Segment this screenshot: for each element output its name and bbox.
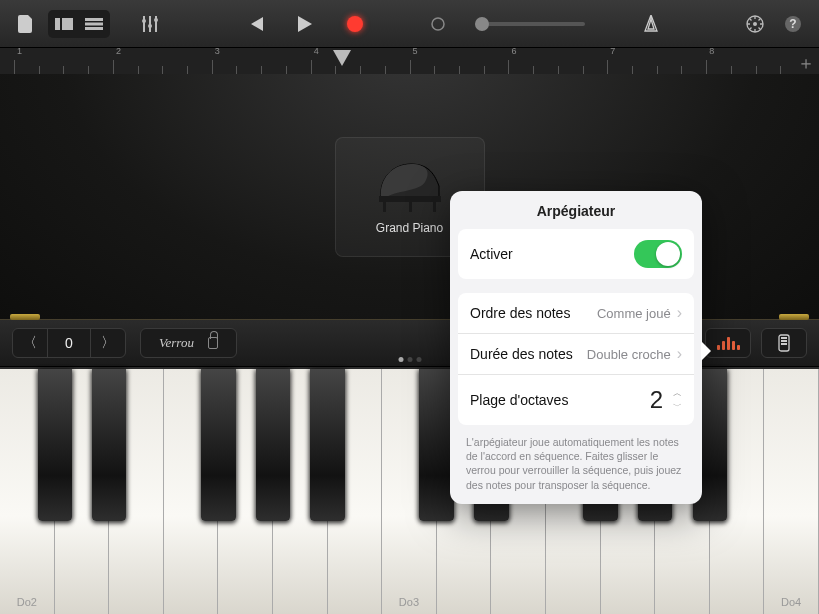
svg-rect-20 — [781, 343, 787, 345]
black-key[interactable] — [92, 369, 126, 521]
bar-number: 3 — [215, 46, 220, 56]
chevron-right-icon: › — [677, 304, 682, 322]
svg-rect-1 — [62, 18, 73, 30]
add-track-icon[interactable]: ＋ — [797, 51, 815, 75]
tracks-view-icon[interactable] — [80, 12, 108, 36]
verrou-button[interactable]: Verrou — [140, 328, 237, 358]
lock-icon — [208, 337, 218, 349]
black-key[interactable] — [310, 369, 344, 521]
play-icon[interactable] — [289, 8, 321, 40]
chevron-right-icon: › — [677, 345, 682, 363]
svg-point-7 — [154, 18, 158, 22]
octave-up-icon[interactable]: 〉 — [91, 334, 125, 352]
svg-rect-16 — [433, 202, 436, 212]
svg-rect-3 — [85, 22, 103, 25]
bar-number: 6 — [511, 46, 516, 56]
svg-rect-19 — [781, 340, 787, 342]
svg-rect-13 — [379, 196, 441, 202]
svg-rect-14 — [383, 202, 386, 212]
playhead-icon[interactable] — [333, 50, 351, 66]
svg-rect-18 — [781, 337, 787, 339]
note-duration-row[interactable]: Durée des notes Double croche › — [458, 334, 694, 375]
bar-number: 1 — [17, 46, 22, 56]
activate-row: Activer — [458, 229, 694, 279]
svg-point-10 — [753, 22, 757, 26]
timeline-ruler[interactable]: 1 2 3 4 5 6 7 8 ＋ — [0, 48, 819, 74]
verrou-label: Verrou — [159, 335, 194, 351]
svg-point-5 — [142, 19, 146, 23]
white-key[interactable]: Do4 — [764, 369, 819, 614]
octave-value: 0 — [47, 329, 91, 357]
black-key[interactable] — [419, 369, 453, 521]
bar-number: 8 — [709, 46, 714, 56]
note-duration-label: Durée des notes — [470, 346, 587, 362]
metronome-icon[interactable] — [635, 8, 667, 40]
svg-rect-4 — [85, 27, 103, 30]
note-order-value: Comme joué — [597, 306, 671, 321]
note-order-label: Ordre des notes — [470, 305, 597, 321]
master-volume-slider[interactable] — [425, 8, 457, 40]
octave-down-icon[interactable]: 〈 — [13, 334, 47, 352]
mixer-icon[interactable] — [134, 8, 166, 40]
bar-number: 2 — [116, 46, 121, 56]
record-icon[interactable] — [339, 8, 371, 40]
octave-range-row: Plage d'octaves 2 ︿ ﹀ — [458, 375, 694, 425]
popover-title: Arpégiateur — [450, 191, 702, 229]
black-key[interactable] — [256, 369, 290, 521]
top-toolbar: ? — [0, 0, 819, 48]
black-key[interactable] — [201, 369, 235, 521]
activate-toggle[interactable] — [634, 240, 682, 268]
view-toggle — [48, 10, 110, 38]
my-songs-icon[interactable] — [10, 8, 42, 40]
transport-controls — [239, 8, 667, 40]
keyboard-layout-button[interactable] — [761, 328, 807, 358]
note-duration-value: Double croche — [587, 347, 671, 362]
arpeggiator-popover: Arpégiateur Activer Ordre des notes Comm… — [450, 191, 702, 504]
stepper-up-icon[interactable]: ︿ — [673, 389, 682, 398]
bar-number: 4 — [314, 46, 319, 56]
popover-description: L'arpégiateur joue automatiquement les n… — [450, 425, 702, 492]
keyboard-layout-icon — [777, 334, 791, 352]
stepper-down-icon[interactable]: ﹀ — [673, 402, 682, 411]
grand-piano-icon — [375, 158, 445, 213]
svg-point-8 — [432, 18, 444, 30]
svg-rect-0 — [55, 18, 60, 30]
bar-number: 5 — [413, 46, 418, 56]
browser-view-icon[interactable] — [50, 12, 78, 36]
svg-rect-15 — [409, 202, 412, 212]
octave-range-value: 2 — [639, 386, 663, 414]
go-to-start-icon[interactable] — [239, 8, 271, 40]
page-dots — [398, 357, 421, 362]
arpeggiator-button[interactable] — [705, 328, 751, 358]
bar-number: 7 — [610, 46, 615, 56]
volume-slider[interactable] — [475, 22, 585, 26]
svg-text:?: ? — [789, 17, 796, 31]
svg-point-6 — [148, 24, 152, 28]
octave-nav: 〈 0 〉 — [12, 328, 126, 358]
instrument-name: Grand Piano — [376, 221, 443, 235]
activate-label: Activer — [470, 246, 634, 262]
arpeggiator-icon — [717, 337, 740, 350]
help-icon[interactable]: ? — [777, 8, 809, 40]
octave-range-stepper: 2 ︿ ﹀ — [639, 386, 682, 414]
octave-range-label: Plage d'octaves — [470, 392, 639, 408]
svg-rect-2 — [85, 18, 103, 21]
black-key[interactable] — [38, 369, 72, 521]
note-order-row[interactable]: Ordre des notes Comme joué › — [458, 293, 694, 334]
settings-icon[interactable] — [739, 8, 771, 40]
